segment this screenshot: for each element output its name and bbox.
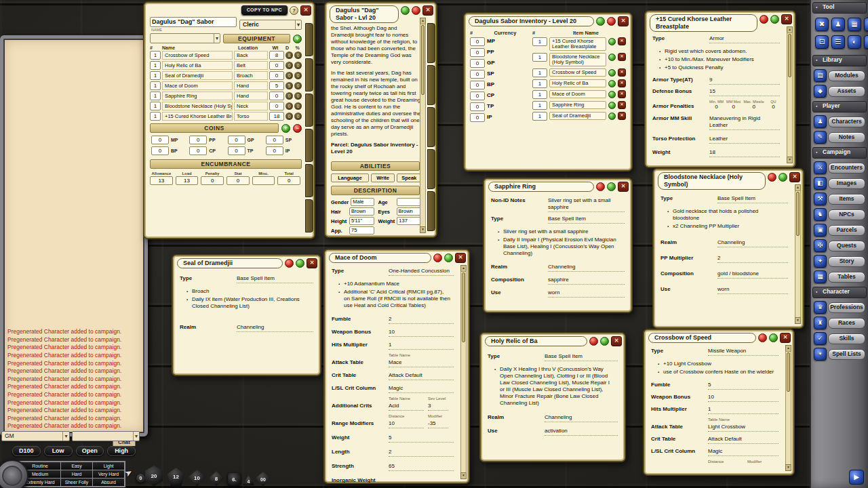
item-weight[interactable]: 0 [269,61,284,70]
sidebar-item[interactable]: ✦ Story [811,253,868,269]
sidebar-item[interactable]: ♞ NPCs [811,207,868,222]
sidebar-item-label[interactable]: Spell Lists [828,349,865,360]
field-value[interactable]: Magic [389,385,454,393]
item-name[interactable]: Mace of Doom [549,90,606,98]
currency-amount[interactable]: 0 [470,113,485,122]
scrollbar[interactable]: ▲ ▼ [460,265,467,479]
difficulty-button[interactable]: Easy [61,462,92,470]
field-value[interactable] [397,198,422,206]
sidebar-header-character[interactable]: Character [812,287,867,298]
sidebar-item-label[interactable]: Modules [828,70,865,81]
sidebar-item-label[interactable]: Encounters [828,163,865,174]
window-title[interactable]: Crossbow of Speed [648,333,756,343]
green-orb-button[interactable] [770,15,779,24]
equipment-row[interactable]: 1 Bloodstone Necklace (Holy Symbol) Neck… [144,101,307,111]
green-orb-button[interactable] [296,259,304,268]
field-value[interactable]: 5'11" [349,217,374,225]
coin-value[interactable]: 0 [151,146,169,155]
field-value[interactable]: 18 [709,149,780,157]
equipment-row[interactable]: 1 Crossbow of Speed Back 8 8 0 [144,50,307,60]
d12-die[interactable]: 12 [167,468,185,486]
encumbrance-value[interactable]: 13 [150,176,173,185]
sidebar-header-campaign[interactable]: Campaign [812,147,867,159]
scroll-thumb[interactable] [796,192,800,236]
green-orb-button[interactable] [607,182,616,191]
field-value[interactable] [389,477,454,484]
field-value[interactable]: Base Spell Item [545,353,618,361]
field-value[interactable]: Base Spell Item [717,195,788,203]
range-distance[interactable]: 10 [389,420,424,428]
red-orb-button[interactable] [589,337,598,346]
coin-value[interactable]: 0 [189,146,207,155]
penalty-value[interactable]: 0 [709,104,724,110]
identify-icon[interactable] [608,91,616,98]
sidebar-header-library[interactable]: Library [812,55,867,66]
item-location[interactable]: Back [234,51,268,60]
identify-icon[interactable] [608,69,616,77]
item-weight[interactable]: 18 [269,112,284,121]
currency-amount[interactable]: 0 [470,48,485,57]
sidebar-header-tool[interactable]: Tool [812,2,867,14]
field-value[interactable]: 2 [717,255,788,263]
scrollbar[interactable]: ▲ ▼ [787,26,793,163]
roll-button[interactable]: Open [76,446,104,456]
parcel-item-row[interactable]: 1 Bloodstone Necklace (Holy Symbol) [532,53,626,66]
field-value[interactable]: Attack Default [708,436,778,444]
character-name-field[interactable]: Dagulus "Dag" Sabor [150,17,237,27]
red-orb-button[interactable] [412,6,420,15]
npc-tab[interactable] [427,191,435,231]
red-orb-button[interactable] [758,333,767,342]
roll-button[interactable]: High [107,446,136,456]
scroll-track[interactable] [795,190,801,318]
difficulty-button[interactable]: Hard [61,470,92,478]
sidebar-item-label[interactable]: Notes [828,132,865,143]
item-name[interactable]: +15 Cured Khorse Leather Breastplate [549,37,606,51]
sidebar-item-icon[interactable]: ◆ [814,85,827,98]
item-quantity[interactable]: 1 [532,68,547,77]
red-orb-button[interactable] [768,173,776,182]
add-equipment-icon[interactable] [293,35,302,43]
item-name[interactable]: Sapphire Ring [162,92,233,100]
sidebar-item-icon[interactable]: ▦ [814,270,827,283]
sidebar-item[interactable]: ♜ Races [811,315,868,331]
add-coin-icon[interactable] [281,124,290,133]
item-location[interactable]: Hand [234,81,268,90]
window-title[interactable]: Dagulus Sabor Inventory - Level 20 [469,16,594,26]
ability-speak[interactable]: Speak [397,174,421,182]
scroll-track[interactable] [420,24,426,227]
parcel-link[interactable]: Parcel: Dagulus Sabor Inventory - Level … [331,142,421,155]
field-value[interactable]: 9 [709,77,780,85]
item-name[interactable]: Holy Relic of Ba [549,79,606,87]
field-value[interactable]: 2 [389,449,454,457]
sidebar-item-label[interactable]: Parcels [828,225,865,236]
sidebar-item-label[interactable]: Characters [828,117,865,127]
scroll-down-icon[interactable]: ▼ [785,464,791,471]
green-orb-button[interactable] [778,173,787,182]
d6-die[interactable]: 6. [228,473,241,486]
field-value[interactable]: 137 [397,217,421,225]
delete-item-icon[interactable] [618,112,626,120]
field-value[interactable]: 10 [708,394,778,402]
item-quantity[interactable]: 1 [532,90,547,99]
encumbrance-value[interactable]: 0 [201,176,224,185]
window-title[interactable]: +15 Cured Khorse Leather Breastplate [650,14,757,32]
red-orb-button[interactable] [433,253,442,262]
currency-amount[interactable]: 0 [470,70,485,79]
item-quantity[interactable]: 1 [532,101,547,110]
item-location[interactable]: Torso [234,112,268,121]
sidebar-item[interactable]: ♛ Professions [811,300,868,315]
field-value[interactable]: 65 [389,463,454,471]
tool-icon[interactable]: ♟ [831,18,845,31]
green-orb-button[interactable] [444,253,453,262]
sidebar-item-label[interactable]: Items [828,194,865,205]
green-orb-button[interactable] [401,6,410,15]
sidebar-item-icon[interactable]: ▣ [814,224,827,237]
sheet-tab[interactable] [305,94,313,127]
coin-value[interactable]: 0 [189,136,207,144]
range-modifier[interactable]: -35 [428,420,448,428]
field-value[interactable]: 5 [389,434,454,443]
coin-value[interactable]: 0 [266,136,283,144]
field-value[interactable]: Silver ring set with a small sapphire [548,197,625,212]
field-value[interactable]: Leather [709,136,780,144]
red-orb-button[interactable] [285,259,294,268]
